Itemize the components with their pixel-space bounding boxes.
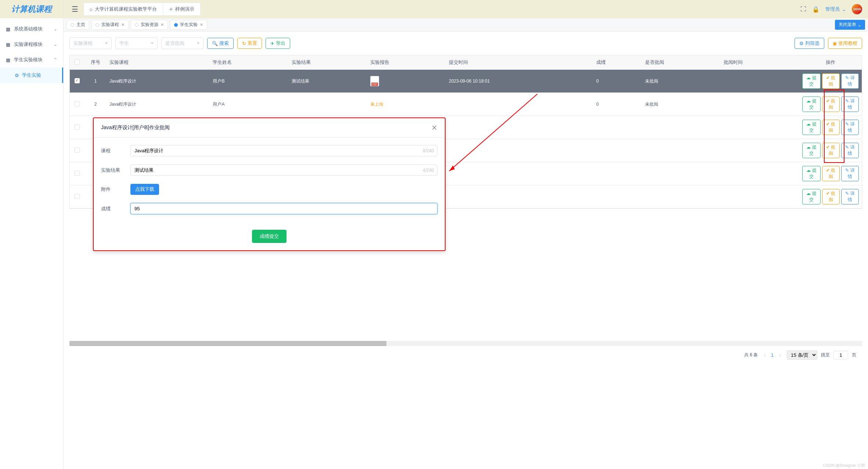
submit-button[interactable]: ☁ 提交 bbox=[802, 73, 821, 89]
next-page-button[interactable]: › bbox=[777, 353, 783, 358]
review-button[interactable]: ✔ 批阅 bbox=[822, 120, 840, 135]
cell-review-time bbox=[721, 185, 799, 208]
row-checkbox[interactable] bbox=[75, 171, 80, 176]
prev-page-button[interactable]: ‹ bbox=[761, 353, 767, 358]
detail-button[interactable]: ✎ 详情 bbox=[841, 166, 859, 181]
col-result: 实验结果 bbox=[289, 55, 367, 70]
column-filter-button[interactable]: ⚙列筛选 bbox=[795, 38, 824, 49]
cell-review-time bbox=[721, 116, 799, 139]
result-label: 实验结果 bbox=[101, 167, 130, 174]
close-icon[interactable]: ✕ bbox=[200, 22, 203, 27]
course-label: 课程 bbox=[101, 148, 130, 154]
row-checkbox[interactable] bbox=[75, 148, 80, 153]
submit-score-button[interactable]: 成绩提交 bbox=[252, 230, 287, 243]
table-row[interactable]: 1Java程序设计用户B测试结果PDF2023-09-06 10:18:010未… bbox=[70, 70, 862, 93]
tab-resource[interactable]: 实验资源✕ bbox=[131, 20, 168, 30]
sidebar-item-system[interactable]: ▦系统基础模块 ⌄ bbox=[0, 21, 63, 37]
review-button[interactable]: ✔ 批阅 bbox=[822, 166, 840, 181]
attach-label: 附件 bbox=[101, 186, 130, 193]
per-page-select[interactable]: 15 条/页 bbox=[787, 350, 817, 360]
row-checkbox[interactable] bbox=[75, 101, 80, 106]
user-dropdown[interactable]: 管理员 ⌄ bbox=[825, 6, 846, 12]
score-input[interactable] bbox=[130, 203, 437, 214]
review-button[interactable]: ✔ 批阅 bbox=[822, 73, 840, 89]
table-header-row: 序号 实验课程 学生姓名 实验结果 实验报告 提交时间 成绩 是否批阅 批阅时间… bbox=[70, 55, 862, 70]
submit-button[interactable]: ☁ 提交 bbox=[802, 189, 821, 204]
export-button[interactable]: ✈导出 bbox=[266, 38, 290, 49]
detail-button[interactable]: ✎ 详情 bbox=[841, 143, 859, 158]
detail-button[interactable]: ✎ 详情 bbox=[841, 120, 859, 135]
lock-icon[interactable]: 🔒 bbox=[812, 6, 820, 13]
chevron-up-icon: ⌃ bbox=[54, 57, 57, 62]
submit-button[interactable]: ☁ 提交 bbox=[802, 120, 821, 135]
sidebar-item-label: 学生实验模块 bbox=[14, 57, 43, 63]
download-button[interactable]: 点我下载 bbox=[130, 184, 159, 195]
tutorial-button[interactable]: ◉使用教程 bbox=[828, 38, 862, 49]
result-input[interactable] bbox=[130, 164, 437, 176]
search-button[interactable]: 🔍搜索 bbox=[207, 38, 234, 49]
tab-student-exp[interactable]: 学生实验✕ bbox=[170, 20, 207, 30]
cell-student: 用户B bbox=[210, 70, 288, 93]
close-menu-button[interactable]: 关闭菜单 ⌄ bbox=[835, 20, 865, 30]
review-button[interactable]: ✔ 批阅 bbox=[822, 189, 840, 204]
row-checkbox[interactable] bbox=[75, 78, 80, 83]
select-course[interactable]: 实验课程 bbox=[69, 37, 112, 49]
select-student[interactable]: 学生 bbox=[115, 37, 158, 49]
sidebar-subitem-student-exp[interactable]: ⚙ 学生实验 bbox=[0, 68, 63, 83]
row-checkbox[interactable] bbox=[75, 194, 80, 199]
char-count: 4/240 bbox=[423, 168, 434, 173]
tab-course[interactable]: 实验课程✕ bbox=[91, 20, 129, 30]
detail-button[interactable]: ✎ 详情 bbox=[841, 97, 859, 112]
submit-button[interactable]: ☁ 提交 bbox=[802, 143, 821, 158]
cell-score bbox=[593, 116, 642, 139]
current-page: 1 bbox=[771, 353, 774, 358]
modal-close-icon[interactable]: ✕ bbox=[431, 123, 437, 132]
modal-footer: 成绩提交 bbox=[94, 230, 445, 250]
cell-reviewed bbox=[642, 185, 721, 208]
reset-button[interactable]: ↻重置 bbox=[237, 38, 262, 49]
detail-button[interactable]: ✎ 详情 bbox=[841, 73, 859, 89]
row-checkbox[interactable] bbox=[75, 124, 80, 130]
filter-bar: 实验课程 学生 是否批阅 🔍搜索 ↻重置 ✈导出 ⚙列筛选 ◉使用教程 bbox=[69, 37, 862, 49]
cell-score bbox=[593, 162, 642, 185]
sidebar-item-label: 系统基础模块 bbox=[14, 26, 43, 32]
cell-reviewed: 未批阅 bbox=[642, 70, 721, 93]
pagination: 共 6 条 ‹ 1 › 15 条/页 跳至 页 bbox=[69, 346, 862, 364]
submit-button[interactable]: ☁ 提交 bbox=[802, 166, 821, 181]
nav-demo[interactable]: ✧ 样例演示 bbox=[163, 3, 200, 15]
nav-platform[interactable]: ⌂ 大学计算机课程实验教学平台 bbox=[84, 3, 163, 15]
avatar[interactable]: JAVA bbox=[852, 4, 862, 14]
submit-button[interactable]: ☁ 提交 bbox=[802, 97, 821, 112]
checkbox-all[interactable] bbox=[75, 59, 80, 65]
module-icon: ▦ bbox=[6, 57, 11, 62]
select-reviewed[interactable]: 是否批阅 bbox=[161, 37, 204, 49]
close-icon[interactable]: ✕ bbox=[121, 22, 125, 27]
jump-page-input[interactable] bbox=[833, 351, 848, 359]
detail-button[interactable]: ✎ 详情 bbox=[841, 189, 859, 204]
review-button[interactable]: ✔ 批阅 bbox=[822, 143, 840, 158]
content: 实验课程 学生 是否批阅 🔍搜索 ↻重置 ✈导出 ⚙列筛选 ◉使用教程 序 bbox=[64, 32, 868, 469]
tab-home[interactable]: 主页 bbox=[66, 20, 89, 30]
cell-reviewed: 未批阅 bbox=[642, 93, 721, 116]
not-uploaded-label: 未上传 bbox=[370, 102, 383, 107]
course-input[interactable] bbox=[130, 145, 437, 156]
hamburger-icon[interactable]: ☰ bbox=[69, 3, 80, 16]
cell-result bbox=[289, 93, 367, 116]
cell-review-time bbox=[721, 93, 799, 116]
sidebar-item-student-exp[interactable]: ▦学生实验模块 ⌃ bbox=[0, 52, 63, 68]
horizontal-scrollbar[interactable] bbox=[69, 341, 862, 346]
review-button[interactable]: ✔ 批阅 bbox=[822, 97, 840, 112]
close-icon[interactable]: ✕ bbox=[161, 22, 164, 27]
sidebar-item-course[interactable]: ▦实验课程模块 ⌄ bbox=[0, 37, 63, 52]
table-row[interactable]: 2Java程序设计用户A未上传0未批阅☁ 提交✔ 批阅✎ 详情 bbox=[70, 93, 862, 116]
home-icon: ⌂ bbox=[90, 7, 93, 12]
cell-score bbox=[593, 139, 642, 162]
magic-icon: ✧ bbox=[169, 7, 173, 12]
modal-title: Java程序设计[用户B]作业批阅 bbox=[101, 124, 170, 131]
chevron-down-icon: ⌄ bbox=[842, 7, 846, 12]
cell-review-time bbox=[721, 162, 799, 185]
pdf-icon[interactable]: PDF bbox=[370, 76, 379, 86]
fullscreen-icon[interactable]: ⛶ bbox=[800, 6, 806, 12]
cell-course: Java程序设计 bbox=[107, 70, 210, 93]
cell-reviewed bbox=[642, 116, 721, 139]
